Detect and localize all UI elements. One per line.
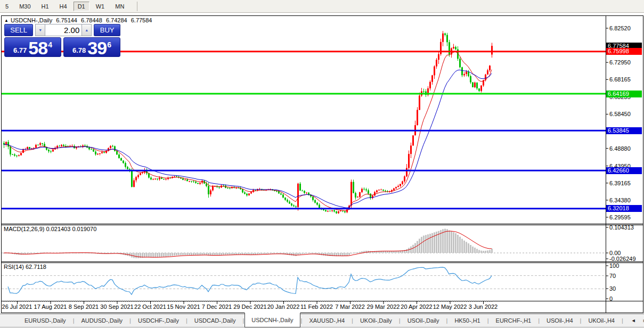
- one-click-trading-panel: SELL ▼ 2.00 ▲ BUY 6.77 58 4 6.78 39 6: [4, 24, 120, 57]
- price-badge: 6.53845: [606, 127, 642, 134]
- rsi-tick-label: 0: [609, 296, 613, 302]
- price-badge: 6.42660: [606, 167, 642, 174]
- date-label: 20 Apr 2022: [401, 304, 432, 310]
- date-label: 7 Mar 2022: [335, 304, 365, 310]
- date-label: 12 May 2022: [433, 304, 467, 310]
- price-badge: 6.32018: [606, 205, 642, 212]
- trading-platform-window: 5M30H1H4D1W1MN ▲USDCNH-,Daily 6.75144 6.…: [0, 0, 644, 328]
- chart-tab-usdcnh-daily[interactable]: USDCNH-,Daily: [244, 313, 300, 327]
- rsi-line: [8, 267, 492, 294]
- date-label: 15 Nov 2021: [167, 304, 200, 310]
- chart-tab-xauusd-h4[interactable]: XAUUSD-,H4: [303, 314, 351, 327]
- buy-button[interactable]: BUY: [94, 24, 120, 36]
- volume-increase-button[interactable]: ▲: [81, 24, 92, 36]
- down-arrow-icon: ▼: [38, 28, 42, 32]
- collapse-panel-icon[interactable]: ▲: [4, 18, 9, 23]
- tab-separator: |: [580, 317, 582, 324]
- price-tick-label: 6.68165: [609, 76, 631, 83]
- volume-decrease-button[interactable]: ▼: [35, 24, 45, 36]
- macd-tick-label: 0.104313: [609, 224, 634, 231]
- candles-layer: [3, 31, 493, 214]
- date-label: 8 Sep 2021: [69, 304, 99, 310]
- close-value: 6.77584: [131, 17, 152, 23]
- date-label: 29 Dec 2021: [233, 304, 266, 310]
- buy-price-pipette: 6: [107, 40, 111, 49]
- volume-stepper: ▼ 2.00 ▲: [35, 24, 92, 36]
- date-label: 20 Jan 2022: [267, 304, 300, 310]
- date-label: 30 Sep 2021: [100, 304, 133, 310]
- tab-separator: |: [538, 317, 540, 324]
- macd-panel-label: MACD(12,26,9) 0.021403 0.019070: [4, 226, 96, 232]
- macd-tick-label: -0.026249: [609, 256, 636, 262]
- chart-tab-ukoil-h4[interactable]: UKOil-,H4: [582, 314, 621, 327]
- tab-separator: |: [446, 317, 448, 324]
- low-value: 6.74284: [106, 17, 127, 23]
- price-tick-label: 6.58450: [609, 111, 631, 117]
- date-label: 7 Dec 2021: [202, 304, 232, 310]
- date-label: 17 Aug 2021: [34, 304, 67, 310]
- chart-tab-eurusd-daily[interactable]: EURUSD-,Daily: [18, 314, 72, 327]
- rsi-tick-label: 70: [609, 273, 616, 279]
- sell-price-big: 58: [28, 40, 47, 55]
- buy-price-prefix: 6.78: [72, 46, 86, 54]
- price-tick-label: 6.48880: [609, 145, 631, 152]
- price-badge: 6.64169: [606, 91, 642, 97]
- date-label: 26 Jul 2021: [2, 304, 32, 310]
- date-label: 29 Mar 2022: [367, 304, 400, 310]
- chart-tab-audusd-daily[interactable]: AUDUSD-,Daily: [75, 314, 129, 327]
- date-label: 11 Feb 2022: [300, 304, 333, 310]
- tab-separator: |: [487, 317, 489, 324]
- up-arrow-icon: ▲: [85, 28, 88, 32]
- sell-button[interactable]: SELL: [4, 24, 33, 36]
- buy-price-display[interactable]: 6.78 39 6: [63, 37, 120, 57]
- price-badge: 6.75998: [606, 48, 642, 55]
- chart-tab-usdchf-daily[interactable]: USDCHF-,Daily: [132, 314, 185, 327]
- one-click-quote-row: 6.77 58 4 6.78 39 6: [4, 37, 120, 57]
- price-tick-label: 6.82520: [609, 25, 631, 31]
- chart-tab-hk50-h1[interactable]: HK50-,H1: [448, 314, 486, 327]
- date-label: 22 Oct 2021: [134, 304, 166, 310]
- rsi-tick-label: 100: [609, 263, 619, 269]
- chart-tab-usdcad-daily[interactable]: USDCAD-,Daily: [188, 314, 242, 327]
- chart-tab-ukoil-daily[interactable]: UKOil-,Daily: [354, 314, 398, 327]
- symbol-period-label: USDCNH-,Daily: [11, 17, 52, 23]
- chart-tab-eurchf-h1[interactable]: EURCHF-,H1: [490, 314, 538, 327]
- price-tick-label: 6.72950: [609, 59, 631, 65]
- tab-nav: ◄►: [631, 318, 644, 323]
- tab-separator: |: [242, 317, 244, 324]
- buy-price-big: 39: [87, 40, 107, 55]
- tab-separator: |: [301, 317, 303, 324]
- tab-separator: |: [129, 317, 131, 324]
- chart-tab-usoil-daily[interactable]: USOil-,Daily: [401, 314, 446, 327]
- tab-nav-left-icon[interactable]: ◄: [631, 318, 636, 323]
- ohlc-header: ▲USDCNH-,Daily 6.75144 6.78448 6.74284 6…: [4, 17, 154, 23]
- one-click-top-row: SELL ▼ 2.00 ▲ BUY: [4, 24, 120, 36]
- price-tick-label: 6.29595: [609, 214, 631, 220]
- sell-price-pipette: 4: [48, 40, 52, 49]
- rsi-tick-label: 30: [609, 285, 616, 292]
- tab-separator: |: [186, 317, 188, 324]
- volume-input[interactable]: 2.00: [45, 24, 81, 36]
- chart-tab-usoil-h4[interactable]: USOil-,H4: [540, 314, 580, 327]
- rsi-panel-label: RSI(14) 62.7118: [4, 264, 46, 270]
- tab-bar: EURUSD-,Daily|AUDUSD-,Daily|USDCHF-,Dail…: [0, 314, 644, 327]
- tab-separator: |: [399, 317, 401, 324]
- sell-price-prefix: 6.77: [13, 46, 27, 54]
- tab-separator: |: [622, 317, 623, 324]
- macd-layer: [3, 229, 493, 258]
- price-tick-label: 6.39165: [609, 180, 631, 186]
- tab-separator: |: [352, 317, 353, 324]
- price-tick-label: 6.34380: [609, 197, 631, 203]
- open-value: 6.75144: [56, 17, 77, 23]
- tab-separator: |: [73, 317, 75, 324]
- sell-price-display[interactable]: 6.77 58 4: [4, 37, 61, 57]
- date-label: 3 Jun 2022: [469, 304, 498, 310]
- window-frame: [1, 15, 643, 313]
- high-value: 6.78448: [81, 17, 102, 23]
